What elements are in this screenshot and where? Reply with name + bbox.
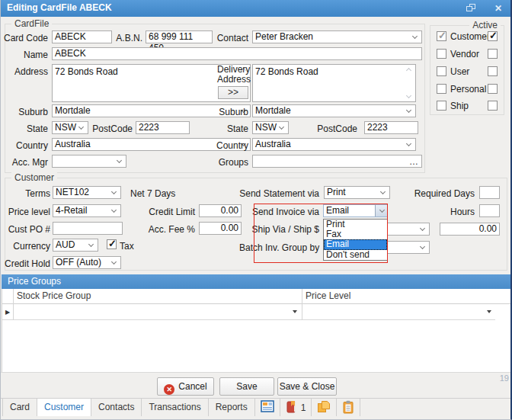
terms-description: Net 7 Days: [130, 188, 175, 199]
user-active-checkbox[interactable]: [488, 66, 498, 76]
vendor-active-checkbox[interactable]: [488, 49, 498, 59]
cell-dropdown-icon[interactable]: [487, 310, 491, 313]
tax-label: Tax: [120, 241, 134, 252]
state-label: State: [1, 123, 48, 134]
cancel-icon: ✕: [164, 384, 174, 395]
acc-mgr-label: Acc. Mgr: [1, 157, 48, 168]
currency-select[interactable]: AUD: [53, 239, 98, 252]
tab-customer[interactable]: Customer: [37, 399, 91, 416]
cancel-button[interactable]: ✕Cancel: [157, 377, 214, 396]
tab-card[interactable]: Card: [2, 399, 37, 416]
groups-input[interactable]: …: [252, 155, 422, 168]
close-icon[interactable]: ✕: [492, 2, 504, 14]
card-code-input[interactable]: ABECK: [52, 30, 112, 43]
name-input[interactable]: ABECK: [52, 47, 422, 60]
abn-input[interactable]: 68 999 111 450: [146, 30, 213, 43]
clipboard-icon: [342, 400, 354, 414]
active-item-label: Customer: [450, 31, 490, 42]
hours-label: Hours: [414, 207, 475, 217]
chevron-down-icon: [420, 244, 425, 249]
delivery-postcode-input[interactable]: 2223: [364, 121, 418, 134]
contact-select[interactable]: Peter Bracken: [252, 30, 422, 43]
groups-label: Groups: [187, 157, 248, 168]
ship-amount-input[interactable]: 0.00: [440, 223, 500, 236]
copy-button[interactable]: [312, 399, 337, 416]
ship-via-label: Ship Via / Ship $: [239, 224, 319, 235]
acc-fee-input[interactable]: 0.00: [199, 222, 242, 235]
state-select[interactable]: NSW: [52, 121, 88, 134]
postcode-input[interactable]: 2223: [136, 121, 190, 134]
credit-limit-label: Credit Limit: [119, 207, 195, 217]
customer-group-label: Customer: [11, 172, 57, 183]
send-invoice-option[interactable]: Email: [324, 239, 387, 249]
acc-mgr-select[interactable]: [52, 155, 126, 168]
ship-active-checkbox[interactable]: [488, 101, 498, 111]
combo-dropdown-button[interactable]: [375, 205, 387, 216]
delivery-state-select[interactable]: NSW: [252, 121, 289, 134]
postcode-label: PostCode: [92, 123, 133, 134]
chevron-down-icon: [380, 189, 386, 194]
chevron-down-icon: [111, 207, 117, 213]
notes-button[interactable]: 1: [280, 399, 312, 416]
delivery-suburb-select[interactable]: Mortdale: [252, 104, 416, 117]
active-groupbox: Active Customer Vendor User Personal Shi…: [430, 25, 504, 115]
send-invoice-option[interactable]: Print: [324, 220, 387, 229]
tab-transactions[interactable]: Transactions: [142, 399, 208, 416]
restore-icon[interactable]: [466, 4, 476, 13]
personal-active-checkbox[interactable]: [488, 84, 498, 94]
send-invoice-select[interactable]: Email: [323, 204, 388, 217]
customer-flag-checkbox[interactable]: [437, 31, 446, 41]
chevron-down-icon: [78, 124, 84, 130]
delivery-address-textarea[interactable]: 72 Bonds Road: [252, 64, 416, 102]
send-invoice-option[interactable]: Don't send: [324, 250, 387, 260]
delivery-address-label-1: Delivery: [217, 64, 250, 75]
vendor-flag-checkbox[interactable]: [437, 49, 446, 59]
delivery-country-label: Country: [187, 140, 248, 151]
credit-limit-input[interactable]: 0.00: [199, 204, 242, 217]
notes-book-icon: [286, 400, 298, 414]
send-invoice-label: Send Invoice via: [239, 207, 319, 217]
terms-select[interactable]: NET102: [53, 186, 121, 199]
scroll-down-icon: [406, 93, 411, 98]
groups-ellipsis-button[interactable]: …: [409, 156, 419, 168]
delivery-address-scrollbar[interactable]: [404, 66, 414, 101]
cell-dropdown-icon[interactable]: [293, 310, 297, 313]
save-close-button[interactable]: Save & Close: [277, 377, 337, 396]
terms-label: Terms: [1, 188, 50, 199]
price-groups-table: Stock Price Group Price Level ▶: [2, 289, 511, 372]
address-label: Address: [1, 66, 48, 77]
chevron-down-icon: [406, 107, 411, 113]
ship-flag-checkbox[interactable]: [437, 101, 446, 111]
cardfile-group-label: CardFile: [11, 18, 52, 29]
send-invoice-dropdown-list: Print Fax Email Don't send: [323, 219, 388, 261]
tax-checkbox[interactable]: [107, 239, 117, 249]
name-label: Name: [1, 50, 48, 60]
copy-address-button[interactable]: >>: [218, 86, 248, 99]
send-invoice-option[interactable]: Fax: [324, 229, 387, 239]
tab-contacts[interactable]: Contacts: [91, 399, 142, 416]
tab-reports[interactable]: Reports: [209, 399, 255, 416]
chevron-down-icon: [406, 141, 411, 146]
title-bar: Editing CardFile ABECK ✕: [0, 0, 512, 17]
price-level-select[interactable]: 4-Retail: [53, 204, 121, 217]
table-row[interactable]: ▶: [2, 304, 495, 320]
personal-flag-checkbox[interactable]: [437, 84, 446, 94]
chevron-down-icon: [117, 158, 122, 163]
hours-input[interactable]: [479, 204, 500, 217]
form-icon: [261, 400, 274, 413]
send-statement-select[interactable]: Print: [324, 186, 390, 199]
credit-hold-select[interactable]: OFF (Auto): [53, 256, 121, 269]
user-flag-checkbox[interactable]: [437, 66, 446, 76]
customer-active-checkbox[interactable]: [488, 31, 498, 41]
required-days-input[interactable]: [479, 186, 500, 199]
delivery-country-select[interactable]: Australia: [252, 138, 416, 151]
chevron-down-icon: [279, 124, 284, 130]
bottom-tab-strip: CardCustomerContactsTransactionsReports1: [1, 398, 512, 415]
clipboard-button[interactable]: [337, 399, 360, 416]
cust-po-input[interactable]: [53, 222, 123, 235]
delivery-state-label: State: [201, 123, 248, 134]
save-button[interactable]: Save: [219, 377, 274, 396]
price-groups-header-row: Stock Price Group Price Level: [2, 289, 510, 304]
active-item-label: Vendor: [450, 49, 479, 59]
form-view-button[interactable]: [255, 399, 280, 416]
